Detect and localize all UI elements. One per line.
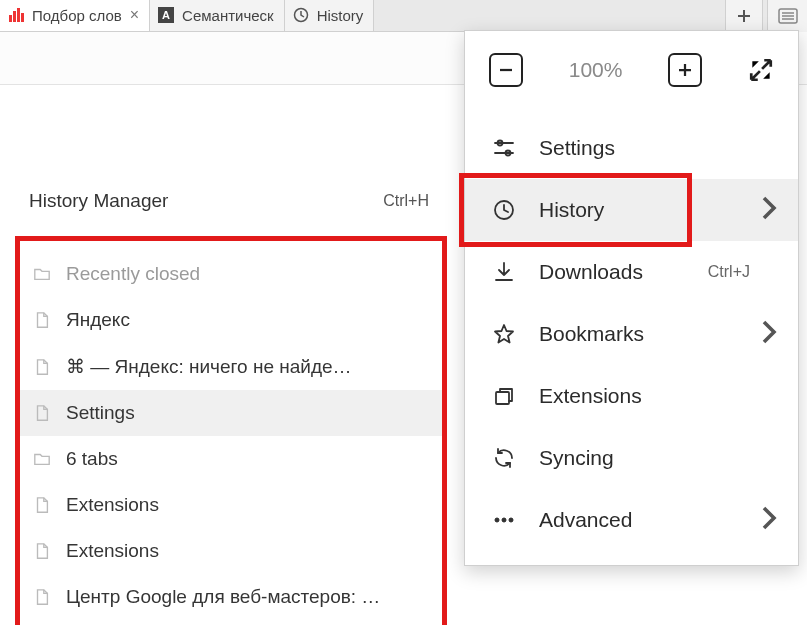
- history-header-shortcut: Ctrl+H: [383, 192, 429, 210]
- menu-item-label: Settings: [539, 136, 615, 160]
- fullscreen-icon: [748, 57, 774, 83]
- menu-item-downloads[interactable]: DownloadsCtrl+J: [465, 241, 798, 303]
- sync-icon: [491, 445, 517, 471]
- main-menu-dropdown: 100% SettingsHistoryDownloadsCtrl+JBookm…: [464, 30, 799, 566]
- svg-rect-3: [21, 13, 24, 22]
- page-icon: [32, 403, 52, 423]
- menu-item-bookmarks[interactable]: Bookmarks: [465, 303, 798, 365]
- minus-icon: [497, 61, 515, 79]
- menu-item-label: Bookmarks: [539, 322, 644, 346]
- page-icon: [32, 357, 52, 377]
- history-header-row[interactable]: History Manager Ctrl+H: [15, 178, 447, 236]
- history-item[interactable]: Центр Google для веб-мастеров: …: [20, 574, 442, 620]
- svg-rect-2: [17, 8, 20, 22]
- history-item[interactable]: Яндекс: [20, 297, 442, 343]
- folder-icon: [32, 449, 52, 469]
- tab-podbor[interactable]: Подбор слов ×: [0, 0, 150, 31]
- svg-point-14: [509, 518, 513, 522]
- star-icon: [491, 321, 517, 347]
- menu-item-label: History: [539, 198, 604, 222]
- menu-item-history[interactable]: History: [465, 179, 798, 241]
- letter-a-icon: A: [158, 7, 174, 23]
- zoom-in-button[interactable]: [668, 53, 702, 87]
- page-icon: [32, 495, 52, 515]
- history-item-label: Recently closed: [66, 263, 200, 285]
- dots-icon: [491, 507, 517, 533]
- zoom-row: 100%: [465, 31, 798, 117]
- menu-item-label: Downloads: [539, 260, 643, 284]
- plus-icon: [736, 8, 752, 24]
- zoom-out-button[interactable]: [489, 53, 523, 87]
- history-item-label: Extensions: [66, 494, 159, 516]
- fullscreen-button[interactable]: [748, 57, 774, 83]
- menu-item-label: Syncing: [539, 446, 614, 470]
- tab-label: History: [317, 7, 364, 24]
- menu-item-syncing[interactable]: Syncing: [465, 427, 798, 489]
- menu-item-label: Advanced: [539, 508, 632, 532]
- page-icon: [32, 587, 52, 607]
- menu-item-settings[interactable]: Settings: [465, 117, 798, 179]
- chevron-right-icon: [756, 320, 780, 349]
- clock-icon: [491, 197, 517, 223]
- tab-label: Подбор слов: [32, 7, 122, 24]
- menu-item-shortcut: Ctrl+J: [708, 263, 750, 281]
- history-item[interactable]: Extensions: [20, 528, 442, 574]
- history-item[interactable]: ⌘ — Яндекс: ничего не найде…: [20, 343, 442, 390]
- stack-icon: [491, 383, 517, 409]
- history-item-label: Центр Google для веб-мастеров: …: [66, 586, 380, 608]
- menu-item-label: Extensions: [539, 384, 642, 408]
- history-list-highlight: Recently closedЯндекс⌘ — Яндекс: ничего …: [15, 236, 447, 625]
- history-item[interactable]: Recently closed: [20, 251, 442, 297]
- chevron-right-icon: [756, 196, 780, 225]
- svg-text:A: A: [162, 9, 170, 21]
- bars-red-icon: [8, 7, 24, 23]
- zoom-value: 100%: [569, 58, 623, 82]
- svg-point-13: [502, 518, 506, 522]
- history-item[interactable]: 6 tabs: [20, 436, 442, 482]
- menu-item-extensions[interactable]: Extensions: [465, 365, 798, 427]
- history-item-label: 6 tabs: [66, 448, 118, 470]
- tab-label: Семантическ: [182, 7, 274, 24]
- folder-icon: [32, 264, 52, 284]
- tab-semantic[interactable]: A Семантическ: [150, 0, 285, 31]
- history-item-label: Settings: [66, 402, 135, 424]
- history-submenu: History Manager Ctrl+H Recently closedЯн…: [15, 178, 447, 625]
- svg-rect-11: [496, 392, 509, 404]
- history-item[interactable]: Settings: [20, 390, 442, 436]
- tab-strip: Подбор слов × A Семантическ History: [0, 0, 807, 32]
- svg-point-12: [495, 518, 499, 522]
- hamburger-icon: [778, 8, 798, 24]
- svg-rect-0: [9, 15, 12, 22]
- tab-history[interactable]: History: [285, 0, 375, 31]
- svg-rect-1: [13, 11, 16, 22]
- menu-item-advanced[interactable]: Advanced: [465, 489, 798, 551]
- new-tab-button[interactable]: [725, 0, 763, 32]
- history-item-label: ⌘ — Яндекс: ничего не найде…: [66, 355, 352, 378]
- history-item-label: Яндекс: [66, 309, 130, 331]
- main-menu-button[interactable]: [767, 0, 807, 32]
- history-item[interactable]: Extensions: [20, 482, 442, 528]
- history-header-title: History Manager: [29, 190, 168, 212]
- history-item-label: Extensions: [66, 540, 159, 562]
- close-icon[interactable]: ×: [130, 7, 139, 23]
- chevron-right-icon: [756, 506, 780, 535]
- page-icon: [32, 310, 52, 330]
- clock-icon: [293, 7, 309, 23]
- sliders-icon: [491, 135, 517, 161]
- page-icon: [32, 541, 52, 561]
- plus-icon: [676, 61, 694, 79]
- download-icon: [491, 259, 517, 285]
